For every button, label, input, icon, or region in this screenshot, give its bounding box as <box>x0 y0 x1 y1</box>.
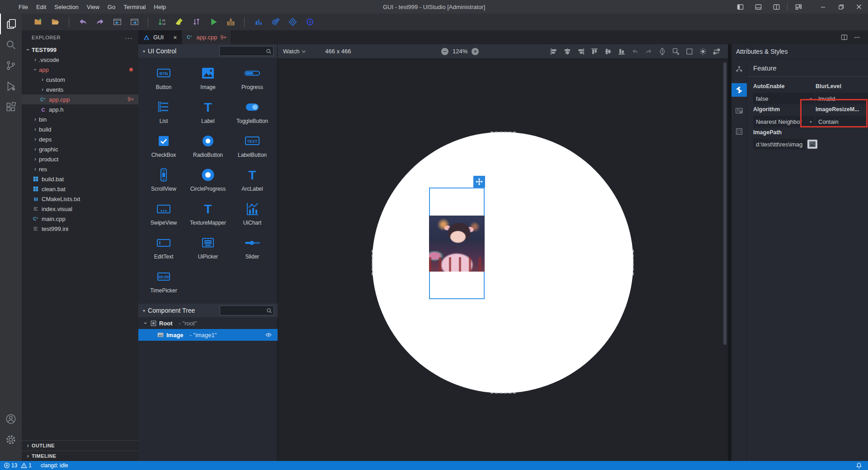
menu-help[interactable]: Help <box>150 0 170 14</box>
menu-file[interactable]: File <box>14 0 32 14</box>
diamond-icon[interactable] <box>287 17 298 28</box>
root-widget-circle[interactable] <box>372 132 633 393</box>
new-folder-icon[interactable] <box>33 17 43 28</box>
component-node-root[interactable]: › Root - "root" <box>138 317 278 329</box>
field-dropdown[interactable]: Invalid ▾ <box>816 93 868 104</box>
palette-item-label[interactable]: T Label <box>186 94 230 128</box>
gears-icon[interactable] <box>270 17 281 28</box>
canvas-scrollbar[interactable] <box>723 62 726 345</box>
imagepath-input[interactable]: d:\test\ttt\res\imag <box>753 139 806 150</box>
deploy-icon[interactable] <box>225 17 236 28</box>
explorer-more-actions[interactable]: ··· <box>125 34 133 42</box>
field-dropdown[interactable]: Contain ▾ <box>816 116 868 127</box>
align-center-h-icon[interactable] <box>563 47 571 56</box>
file-tree-item-deps[interactable]: ›deps <box>22 134 138 144</box>
menu-edit[interactable]: Edit <box>32 0 50 14</box>
file-tree-item-build[interactable]: ›build <box>22 124 138 134</box>
palette-item-swipeview[interactable]: SwipeView <box>142 196 186 230</box>
source-control-activity-item[interactable] <box>0 55 22 76</box>
palette-item-uipicker[interactable]: UiPicker <box>186 230 230 264</box>
run-icon[interactable] <box>208 17 219 28</box>
warning-icon[interactable] <box>21 462 27 469</box>
timeline-section[interactable]: › TIMELINE <box>22 451 138 461</box>
zoom-in-button[interactable]: + <box>472 48 479 55</box>
align-middle-icon[interactable] <box>604 47 612 56</box>
palette-item-button[interactable]: BTN Button <box>142 61 186 94</box>
component-tree-search-input[interactable] <box>220 307 266 314</box>
file-tree-item-bin[interactable]: ›bin <box>22 114 138 124</box>
open-folder-icon[interactable] <box>50 17 61 28</box>
zoom-out-button[interactable]: − <box>441 48 448 55</box>
brightness-icon[interactable] <box>698 47 707 56</box>
tab-gui[interactable]: GUI× <box>138 30 182 44</box>
redo-icon[interactable] <box>94 17 105 28</box>
ui-control-header[interactable]: ▾ UI Control <box>138 44 277 58</box>
palette-item-timepicker[interactable]: 00:00 TimePicker <box>142 264 186 298</box>
palette-item-uichart[interactable]: UiChart <box>230 196 274 230</box>
layout-sidebar-right-icon[interactable] <box>767 0 785 14</box>
ui-control-search-input[interactable] <box>220 48 266 54</box>
file-tree-item-graphic[interactable]: ›graphic <box>22 144 138 154</box>
file-tree-item-product[interactable]: ›product <box>22 154 138 164</box>
split-editor-icon[interactable] <box>841 34 848 41</box>
field-dropdown[interactable]: Nearest Neighbor ▾ <box>753 116 815 127</box>
settings-gear-activity-item[interactable] <box>0 429 22 450</box>
menu-selection[interactable]: Selection <box>50 0 82 14</box>
component-node-image[interactable]: Image - "image1" <box>138 329 278 341</box>
error-icon[interactable] <box>4 462 10 469</box>
restore-icon[interactable] <box>832 0 850 14</box>
file-tree-item-res[interactable]: ›res <box>22 164 138 174</box>
eye-icon[interactable] <box>265 331 272 338</box>
palette-item-labelbutton[interactable]: TEXT LabelButton <box>230 128 274 162</box>
palette-item-radiobutton[interactable]: RadioButton <box>186 128 230 162</box>
files-activity-item[interactable] <box>0 14 22 34</box>
watch-device-icon[interactable] <box>658 47 666 56</box>
align-top-icon[interactable] <box>590 47 599 56</box>
undo-icon[interactable] <box>77 17 88 28</box>
extensions-activity-item[interactable] <box>0 97 22 118</box>
minimize-icon[interactable] <box>814 0 832 14</box>
palette-item-arclabel[interactable]: T ArcLabel <box>230 162 274 196</box>
file-tree-item-build.bat[interactable]: build.bat <box>22 174 138 184</box>
align-left-icon[interactable] <box>549 47 558 56</box>
file-tree-item-main.cpp[interactable]: C+main.cpp <box>22 214 138 224</box>
file-tree-item-events[interactable]: ›events <box>22 85 138 94</box>
file-tree-item-CMakeLists.txt[interactable]: MCMakeLists.txt <box>22 194 138 204</box>
undo-dim-icon[interactable] <box>631 47 639 56</box>
sort-lines-icon[interactable]: 0110 <box>156 17 167 28</box>
file-tree-item-custom[interactable]: ›custom <box>22 75 138 85</box>
clangd-status[interactable]: clangd: idle <box>41 462 68 469</box>
file-tree-item-app[interactable]: ›app <box>22 65 138 75</box>
palette-item-image[interactable]: Image <box>186 61 230 94</box>
device-selector-dropdown[interactable]: Watch <box>283 48 306 55</box>
layout-sidebar-left-icon[interactable] <box>731 0 749 14</box>
menu-go[interactable]: Go <box>104 0 119 14</box>
panel-export-icon[interactable] <box>129 17 140 28</box>
palette-item-progress[interactable]: Progress <box>230 61 274 94</box>
align-right-icon[interactable] <box>576 47 585 56</box>
component-tree-header[interactable]: ▾ Component Tree <box>138 304 278 317</box>
palette-item-edittext[interactable]: EditText <box>142 230 186 264</box>
layout-panel-icon[interactable] <box>749 0 767 14</box>
bell-icon[interactable] <box>856 462 862 469</box>
menu-view[interactable]: View <box>83 0 104 14</box>
align-bottom-icon[interactable] <box>617 47 626 56</box>
palette-item-togglebutton[interactable]: ToggleButton <box>230 94 274 128</box>
palette-item-circleprogress[interactable]: CircleProgress <box>186 162 230 196</box>
clean-icon[interactable] <box>174 17 184 28</box>
file-tree-item-index.visual[interactable]: index.visual <box>22 204 138 214</box>
canvas-surface[interactable] <box>278 59 728 461</box>
palette-item-checkbox[interactable]: CheckBox <box>142 128 186 162</box>
file-tree-item-.vscode[interactable]: ›.vscode <box>22 55 138 65</box>
attr-tab-members[interactable] <box>731 62 747 76</box>
palette-item-scrollview[interactable]: ScrollView <box>142 162 186 196</box>
redo-dim-icon[interactable] <box>644 47 653 56</box>
file-tree-item-app.h[interactable]: Capp.h <box>22 104 138 114</box>
capture-icon[interactable] <box>671 47 680 56</box>
file-tree-item-app.cpp[interactable]: C+app.cpp9+ <box>22 94 138 104</box>
close-icon[interactable] <box>850 0 868 14</box>
file-tree-item-test999.ini[interactable]: test999.ini <box>22 224 138 234</box>
chart-icon[interactable] <box>253 17 264 28</box>
field-dropdown[interactable]: false ▾ <box>753 93 815 104</box>
debug-activity-item[interactable] <box>0 76 22 97</box>
